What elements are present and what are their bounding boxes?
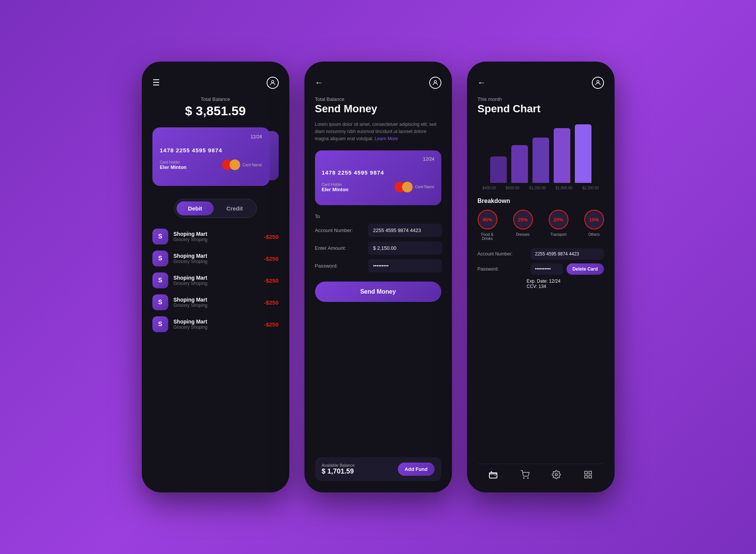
phone-2: ← Total Balance Send Money Lorem ipsum d… xyxy=(304,62,452,492)
svg-point-4 xyxy=(523,478,524,478)
card-holder-name-1: Eler Minton xyxy=(160,164,187,170)
card-date-1: 12/24 xyxy=(160,134,262,139)
transaction-sub: Grocery Shoping xyxy=(174,259,259,264)
available-balance-info: Available Balance $ 1,701.59 xyxy=(322,463,355,475)
available-balance-label: Available Balance xyxy=(322,463,355,467)
transaction-sub: Grocery Shoping xyxy=(174,303,259,308)
breakdown-label-3: Transport xyxy=(550,232,566,237)
breakdown-item-1: 45% Food &Drinks xyxy=(478,210,497,241)
card-info-password-label: Password: xyxy=(478,266,527,272)
top-nav-3: ← xyxy=(478,77,604,89)
account-number-input[interactable] xyxy=(368,224,442,237)
transaction-icon: S xyxy=(152,251,168,266)
breakdown-circle-1: 45% xyxy=(478,210,497,229)
svg-point-2 xyxy=(597,80,599,83)
bar-4 xyxy=(554,128,570,183)
send-money-card: 12/24 1478 2255 4595 9874 Card Holder El… xyxy=(315,150,441,205)
card-info-account-label: Account Number: xyxy=(478,251,527,257)
transaction-name: Shoping Mart xyxy=(174,319,259,325)
profile-icon-3[interactable] xyxy=(592,77,604,89)
profile-icon-1[interactable] xyxy=(267,77,279,89)
profile-icon-2[interactable] xyxy=(429,77,441,89)
add-fund-button[interactable]: Add Fund xyxy=(398,463,435,476)
bar-1 xyxy=(490,156,507,183)
breakdown-label-4: Others xyxy=(588,232,599,237)
nav-settings-icon[interactable] xyxy=(552,470,561,481)
nav-wallet-icon[interactable] xyxy=(489,470,498,481)
svg-rect-7 xyxy=(585,471,587,474)
send-card-number: 1478 2255 4595 9874 xyxy=(322,169,435,176)
available-balance-amount: $ 1,701.59 xyxy=(322,467,355,475)
send-money-desc: Lorem ipsum dolor sit amet, consectetuer… xyxy=(315,121,441,143)
nav-cart-icon[interactable] xyxy=(520,470,529,481)
debit-button[interactable]: Debit xyxy=(177,201,214,215)
toggle-pill: Debit Credit xyxy=(174,199,257,218)
chart-labels: $400.00 $600.00 $1,200.00 $1,800.00 $2,2… xyxy=(478,186,604,190)
phone-1: ☰ Total Balance $ 3,851.59 12/24 1478 22… xyxy=(142,62,289,492)
exp-ccv-value: Exp. Date: 12/24 CCV: 134 xyxy=(527,279,560,289)
chart-label-1: $400.00 xyxy=(482,186,496,190)
top-nav-2: ← xyxy=(315,77,441,89)
mastercard-orange-1 xyxy=(230,159,240,170)
menu-icon[interactable]: ☰ xyxy=(152,78,160,88)
amount-label: Enter Amount: xyxy=(315,245,364,251)
card-number-1: 1478 2255 4595 9874 xyxy=(160,147,262,153)
back-icon-3[interactable]: ← xyxy=(478,78,486,88)
svg-point-1 xyxy=(434,80,436,83)
credit-button[interactable]: Credit xyxy=(215,201,254,215)
account-number-label: Account Number: xyxy=(315,227,364,233)
transaction-item: S Shoping Mart Grocery Shoping -$250 xyxy=(152,251,279,266)
card-info-account-row: Account Number: 2255 4595 9874 4423 xyxy=(478,248,604,260)
debit-credit-toggle: Debit Credit xyxy=(152,199,279,218)
chart-label-2: $600.00 xyxy=(506,186,519,190)
spend-chart-header-label: This month xyxy=(478,96,604,102)
bar-5 xyxy=(575,124,591,183)
transaction-info: Shoping Mart Grocery Shoping xyxy=(174,231,259,242)
bottom-nav xyxy=(478,464,604,481)
transaction-icon: S xyxy=(152,229,168,245)
amount-row: Enter Amount: xyxy=(315,241,441,255)
svg-point-6 xyxy=(555,474,557,476)
send-money-button[interactable]: Send Money xyxy=(315,282,441,302)
card-info-account-value: 2255 4595 9874 4423 xyxy=(531,248,604,260)
chart-label-5: $2,200.00 xyxy=(582,186,599,190)
transaction-amount: -$250 xyxy=(264,321,278,328)
breakdown-label-1: Food &Drinks xyxy=(481,232,493,241)
exp-ccv-row: Exp. Date: 12/24 CCV: 134 xyxy=(478,279,604,289)
amount-input[interactable] xyxy=(368,241,442,255)
password-input[interactable] xyxy=(368,259,442,272)
chart-label-4: $1,800.00 xyxy=(556,186,573,190)
password-label: Password: xyxy=(315,263,364,269)
breakdown-item-4: 10% Others xyxy=(584,210,604,241)
transaction-item: S Shoping Mart Grocery Shoping -$250 xyxy=(152,272,279,288)
transaction-amount: -$250 xyxy=(264,234,278,240)
breakdown-circle-2: 25% xyxy=(513,210,533,229)
bottom-bar: Available Balance $ 1,701.59 Add Fund xyxy=(315,457,441,481)
nav-grid-icon[interactable] xyxy=(584,470,593,481)
breakdown-circle-3: 20% xyxy=(549,210,568,229)
card-name-label-1: Card Name xyxy=(242,163,262,167)
card-bottom-1: Card Holder Eler Minton Card Name xyxy=(160,159,262,170)
chart-label-3: $1,200.00 xyxy=(529,186,546,190)
send-card-holder-label: Card Holder xyxy=(322,183,349,187)
card-info-password-row: Password: •••••••••• Delete Card xyxy=(478,263,604,275)
breakdown-items: 45% Food &Drinks 25% Dresses 20% Transpo… xyxy=(478,210,604,241)
send-card-name-label: Card Name xyxy=(415,185,434,189)
delete-card-button[interactable]: Delete Card xyxy=(567,263,604,275)
transaction-name: Shoping Mart xyxy=(174,275,259,281)
send-card-logo: Card Name xyxy=(391,182,434,192)
learn-more-link[interactable]: Learn More xyxy=(375,136,398,141)
card-container-1: 12/24 1478 2255 4595 9874 Card Holder El… xyxy=(152,127,279,190)
transaction-item: S Shoping Mart Grocery Shoping -$250 xyxy=(152,316,279,332)
back-icon-2[interactable]: ← xyxy=(315,78,323,88)
breakdown-item-2: 25% Dresses xyxy=(513,210,533,241)
bar-chart xyxy=(478,122,604,183)
transaction-info: Shoping Mart Grocery Shoping xyxy=(174,297,259,308)
send-mastercard-orange xyxy=(402,182,413,192)
bar-3 xyxy=(532,138,549,183)
primary-card-1: 12/24 1478 2255 4595 9874 Card Holder El… xyxy=(152,127,270,186)
phone-3: ← This month Spend Chart $400.00 $600.00… xyxy=(467,62,615,492)
transaction-item: S Shoping Mart Grocery Shoping -$250 xyxy=(152,229,279,245)
transaction-name: Shoping Mart xyxy=(174,253,259,259)
svg-rect-8 xyxy=(589,471,591,474)
